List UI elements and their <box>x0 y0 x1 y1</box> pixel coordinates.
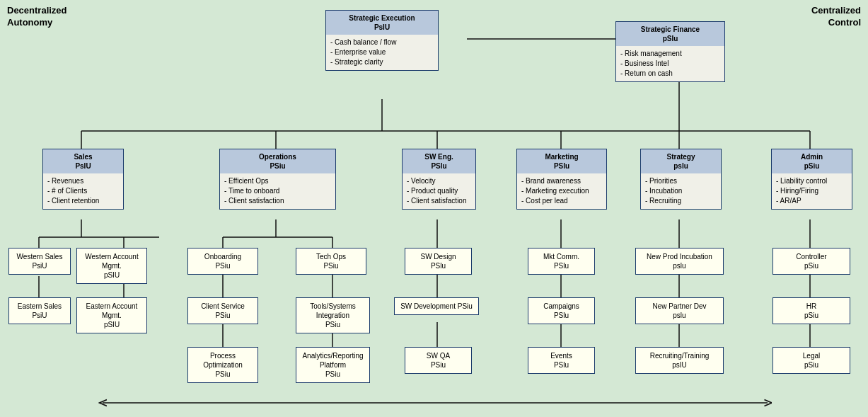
admin-node: AdminpSiu - Liability control- Hiring/Fi… <box>771 149 852 210</box>
sw-qa-label: SW QAPSiu <box>405 348 471 373</box>
tools-systems-label: Tools/Systems IntegrationPSiu <box>296 298 369 333</box>
sales-body: - Revenues- # of Clients- Client retenti… <box>43 173 123 209</box>
hr-label: HRpSiu <box>773 298 850 324</box>
eastern-sales-label: Eastern SalesPsiU <box>9 298 70 324</box>
western-sales-label: Western SalesPsiU <box>9 249 70 274</box>
sw-design-label: SW DesignPSlu <box>405 249 471 274</box>
new-partner-node: New Partner Devpslu <box>635 297 724 324</box>
operations-body: - Efficient Ops- Time to onboard- Client… <box>220 173 335 209</box>
events-label: EventsPSlu <box>528 348 594 373</box>
sw-eng-body: - Velocity- Product quality- Client sati… <box>403 173 475 209</box>
sw-eng-node: SW Eng.PSlu - Velocity- Product quality-… <box>402 149 476 210</box>
new-partner-label: New Partner Devpslu <box>636 298 723 324</box>
eastern-sales-node: Eastern SalesPsiU <box>8 297 71 324</box>
tech-ops-node: Tech OpsPSiu <box>296 248 366 275</box>
bottom-left-label: DecentralizedAutonomy <box>7 5 67 29</box>
sw-dev-label: SW Development PSiu <box>395 298 478 314</box>
strategic-execution-header: Strategic ExecutionPsIU <box>326 11 438 35</box>
strategy-header: Strategypslu <box>641 149 721 173</box>
admin-header: AdminpSiu <box>772 149 852 173</box>
tech-ops-label: Tech OpsPSiu <box>296 249 366 274</box>
analytics-label: Analytics/Reporting PlatformPSiu <box>296 348 369 382</box>
controller-node: ControllerpSiu <box>772 248 850 275</box>
western-sales-node: Western SalesPsiU <box>8 248 71 275</box>
onboarding-label: OnboardingPSiu <box>188 249 257 274</box>
tools-systems-node: Tools/Systems IntegrationPSiu <box>296 297 370 333</box>
strategic-finance-body: - Risk management- Business Intel- Retur… <box>616 46 724 81</box>
strategic-execution-body: - Cash balance / flow- Enterprise value-… <box>326 35 438 70</box>
eastern-acct-label: Eastern Account Mgmt.pSIU <box>77 298 146 333</box>
western-acct-node: Western Account Mgmt.pSIU <box>76 248 147 284</box>
sw-qa-node: SW QAPSiu <box>405 347 472 374</box>
sw-dev-node: SW Development PSiu <box>394 297 479 315</box>
campaigns-node: CampaignsPSlu <box>528 297 595 324</box>
legal-node: LegalpSiu <box>772 347 850 374</box>
new-prod-node: New Prod Incubationpslu <box>635 248 724 275</box>
org-chart: Strategic ExecutionPsIU - Cash balance /… <box>0 0 868 417</box>
sales-node: SalesPsIU - Revenues- # of Clients- Clie… <box>42 149 124 210</box>
strategic-finance-node: Strategic FinancepSIu - Risk management-… <box>615 21 725 82</box>
operations-header: OperationsPSiu <box>220 149 335 173</box>
bottom-right-label: CentralizedControl <box>811 5 861 29</box>
onboarding-node: OnboardingPSiu <box>187 248 258 275</box>
strategy-body: - Priorities- Incubation- Recruiting <box>641 173 721 209</box>
controller-label: ControllerpSiu <box>773 249 850 274</box>
analytics-node: Analytics/Reporting PlatformPSiu <box>296 347 370 383</box>
recruiting-label: Recruiting/TrainingpsIU <box>636 348 723 373</box>
client-service-node: Client ServicePSiu <box>187 297 258 324</box>
strategic-finance-header: Strategic FinancepSIu <box>616 22 724 46</box>
mkt-comm-label: Mkt Comm.PSlu <box>528 249 594 274</box>
process-opt-node: Process OptimizationPSiu <box>187 347 258 383</box>
hr-node: HRpSiu <box>772 297 850 324</box>
admin-body: - Liability control- Hiring/Firing- AR/A… <box>772 173 852 209</box>
western-acct-label: Western Account Mgmt.pSIU <box>77 249 146 283</box>
eastern-acct-node: Eastern Account Mgmt.pSIU <box>76 297 147 333</box>
sw-eng-header: SW Eng.PSlu <box>403 149 475 173</box>
mkt-comm-node: Mkt Comm.PSlu <box>528 248 595 275</box>
new-prod-label: New Prod Incubationpslu <box>636 249 723 274</box>
client-service-label: Client ServicePSiu <box>188 298 257 324</box>
operations-node: OperationsPSiu - Efficient Ops- Time to … <box>219 149 336 210</box>
strategy-node: Strategypslu - Priorities- Incubation- R… <box>640 149 722 210</box>
sales-header: SalesPsIU <box>43 149 123 173</box>
marketing-body: - Brand awareness- Marketing execution- … <box>517 173 606 209</box>
legal-label: LegalpSiu <box>773 348 850 373</box>
strategic-execution-node: Strategic ExecutionPsIU - Cash balance /… <box>325 10 439 71</box>
recruiting-node: Recruiting/TrainingpsIU <box>635 347 724 374</box>
sw-design-node: SW DesignPSlu <box>405 248 472 275</box>
marketing-header: MarketingPSlu <box>517 149 606 173</box>
campaigns-label: CampaignsPSlu <box>528 298 594 324</box>
marketing-node: MarketingPSlu - Brand awareness- Marketi… <box>516 149 607 210</box>
process-opt-label: Process OptimizationPSiu <box>188 348 257 382</box>
events-node: EventsPSlu <box>528 347 595 374</box>
